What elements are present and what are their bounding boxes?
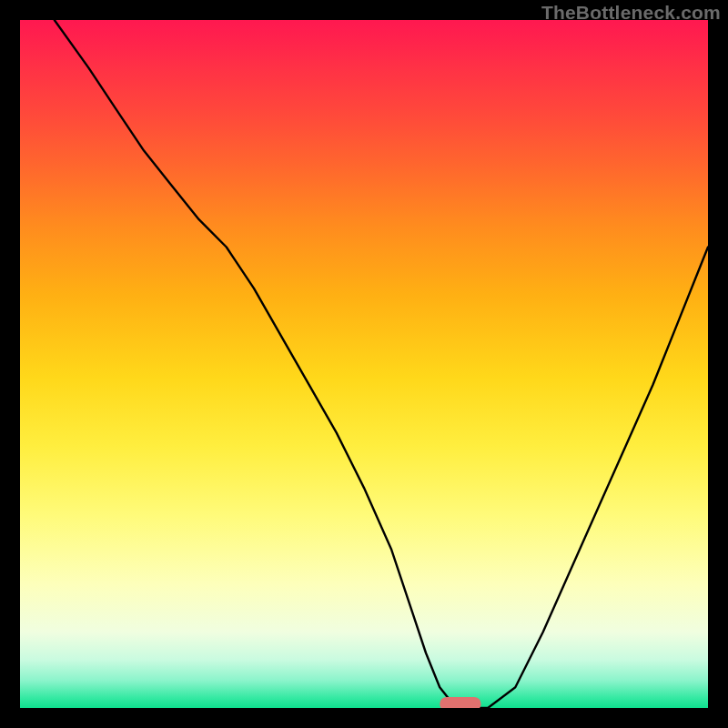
bottleneck-curve xyxy=(55,20,708,708)
chart-svg xyxy=(20,20,708,708)
chart-frame: TheBottleneck.com xyxy=(0,0,728,728)
optimal-marker xyxy=(440,697,480,708)
plot-area xyxy=(20,20,708,708)
